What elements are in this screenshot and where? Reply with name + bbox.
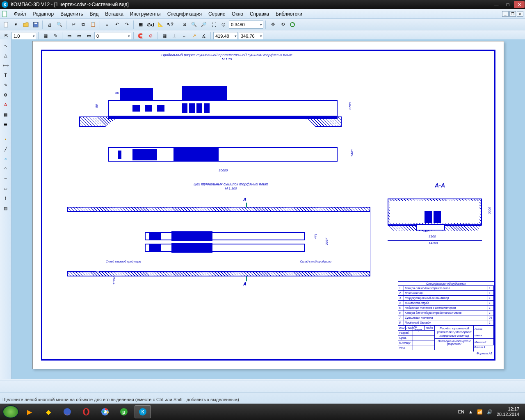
prev-view-button[interactable]: ⟲ [278,20,287,29]
menu-spec[interactable]: Спецификация [164,10,205,18]
minimize-button[interactable]: — [491,1,502,8]
mdi-close[interactable]: × [517,11,523,17]
text-tool[interactable]: Т [1,71,10,80]
dim-tool[interactable]: ⟼ [1,61,10,70]
mdi-minimize[interactable]: _ [502,11,509,17]
menu-editor[interactable]: Редактор [30,10,57,18]
mdi-restore[interactable]: ❐ [509,11,516,17]
undo-button[interactable]: ↶ [112,20,121,29]
fx-button[interactable]: f(x) [146,20,155,29]
layers-button[interactable]: ▦ [136,20,145,29]
tray-volume-icon[interactable]: 🔊 [487,409,493,415]
circle-tool[interactable]: ○ [1,154,10,163]
zoom-value: 0.3480 [231,22,245,27]
maximize-button[interactable]: □ [502,1,513,8]
arc-tool[interactable]: ◠ [1,164,10,173]
menu-insert[interactable]: Вставка [102,10,127,18]
taskbar-chrome[interactable] [97,405,113,418]
title-block: Спецификация оборудования 1Камера для по… [398,281,494,359]
new-dropdown[interactable]: ▾ [11,20,21,29]
style-value: 0 [96,34,99,39]
menu-select[interactable]: Выделить [57,10,86,18]
zoom-combo[interactable]: 0.3480 [229,21,263,29]
view-plan: А А 474 2037 11240 Склад влажной продукц… [67,203,370,289]
polyline-tool[interactable]: ⌇ [1,194,10,203]
system-tray[interactable]: EN ▲ 📶 🔊 12:17 28.12.2014 [458,406,523,417]
status-hint: Щелкните левой кнопкой мыши на объекте д… [2,397,239,402]
svg-point-7 [84,409,88,415]
menu-help[interactable]: Справка [247,10,272,18]
paste-button[interactable]: 📋 [89,20,98,29]
svg-rect-1 [4,22,8,27]
preview-button[interactable]: 🔍 [55,20,64,29]
spline-tool[interactable]: ～ [1,174,10,183]
zoom-in-button[interactable]: 🔍 [189,20,199,29]
menu-service[interactable]: Сервис [205,10,228,18]
spec-row: 2Вентилятор1 [398,291,494,296]
zoom-fit-button[interactable]: ⛶ [209,20,218,29]
props-button[interactable]: ≡ [103,20,112,29]
pan-button[interactable]: ✥ [268,20,277,29]
line-tool[interactable]: ╱ [1,144,10,153]
coord-x[interactable]: 419.48 [213,32,238,40]
vars-button[interactable]: 📐 [156,20,165,29]
window-title: КОМПАС-3D V12 - [1 чертеж.cdw ->Системны… [11,2,129,7]
refresh-button[interactable] [288,20,297,29]
param-tool[interactable]: ⚙ [1,90,10,99]
spec-row: 5Подвесная тележка с вентилятором1 [398,306,494,310]
spec-row: 8Приёмный бассейн1 [398,320,494,325]
zoom-out-button[interactable]: 🔎 [199,20,208,29]
palette-sep [1,130,10,134]
taskbar: ▶ ◆ μ К EN ▲ 📶 🔊 12:17 28.12.2014 [0,404,525,420]
menu-tools[interactable]: Инструменты [127,10,164,18]
step-combo[interactable]: 1.0 [11,32,36,40]
hatch-tool[interactable]: ▨ [1,203,10,212]
tray-flag-icon[interactable]: ▲ [468,409,473,414]
spec-row: 6Камера для отбора отработанных газов1 [398,310,494,315]
section-label: А-А [435,182,445,189]
print-button[interactable]: 🖨 [45,20,54,29]
app-logo-icon: К [2,1,8,8]
table-tool[interactable]: ▦ [1,110,10,119]
zoom-obj-button[interactable]: ◎ [219,20,228,29]
select-tool[interactable]: ↖ [1,41,10,50]
geometry-tool[interactable]: △ [1,51,10,60]
close-button[interactable]: ✕ [514,1,525,8]
copy-button[interactable]: ⧉ [79,20,88,29]
taskbar-kompas[interactable]: К [135,405,151,418]
drawing-frame: Продольный разрез туннельной противоточн… [41,50,495,361]
taskbar-opera[interactable] [78,405,94,418]
menu-file[interactable]: Файл [11,10,30,18]
cut-button[interactable]: ✂ [69,20,78,29]
measure-tool[interactable]: A [1,100,10,109]
save-button[interactable] [31,20,40,29]
tray-clock[interactable]: 12:17 28.12.2014 [497,406,519,417]
menu-libs[interactable]: Библиотеки [272,10,306,18]
help-cursor-button[interactable]: ↖? [166,20,175,29]
taskbar-firefox[interactable] [59,405,75,418]
tray-lang[interactable]: EN [458,409,464,414]
work-area[interactable]: Продольный разрез туннельной противоточн… [11,39,525,379]
menu-view[interactable]: Вид [87,10,102,18]
left-tool-palette: ↖ △ ⟼ Т ✎ ⚙ A ▦ ☰ • ╱ ○ ◠ ～ ▱ ⌇ ▨ [0,39,11,379]
menu-window[interactable]: Окно [228,10,247,18]
spec-header: Спецификация оборудования [398,282,494,286]
edit-tool[interactable]: ✎ [1,80,10,89]
taskbar-utorrent[interactable]: μ [116,405,132,418]
taskbar-app2[interactable]: ◆ [40,405,57,418]
open-button[interactable] [21,20,30,29]
property-panel [0,381,525,393]
new-button[interactable] [2,20,11,29]
doc-icon [2,11,8,17]
start-button[interactable] [2,405,19,418]
point-tool[interactable]: • [1,135,10,144]
redo-button[interactable]: ↷ [122,20,131,29]
spec-tool[interactable]: ☰ [1,120,10,129]
window-titlebar: К КОМПАС-3D V12 - [1 чертеж.cdw ->Систем… [0,0,525,9]
rect-tool[interactable]: ▱ [1,184,10,193]
style-combo[interactable]: 0 [94,32,131,40]
zoom-window-button[interactable]: ⊡ [180,20,189,29]
coord-y[interactable]: 349.76 [239,32,263,40]
tray-network-icon[interactable]: 📶 [477,409,483,415]
taskbar-mediaplayer[interactable]: ▶ [21,405,38,418]
